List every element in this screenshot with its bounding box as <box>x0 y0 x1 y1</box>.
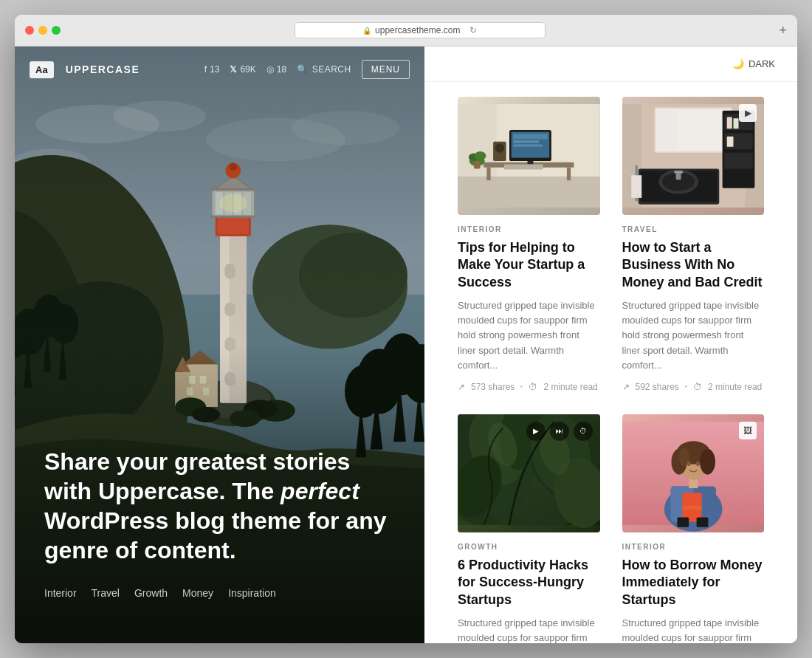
svg-rect-74 <box>474 161 481 169</box>
facebook-count: 13 <box>210 64 219 75</box>
facebook-icon: f <box>204 64 207 75</box>
svg-rect-86 <box>733 118 738 128</box>
search-icon: 🔍 <box>297 64 309 75</box>
pin-icon-2: ▶ <box>739 104 757 122</box>
article-image-4[interactable]: 🖼 <box>622 414 765 532</box>
svg-point-73 <box>475 151 486 160</box>
social-links: f 13 𝕏 69K ◎ 18 🔍 SEARCH ME <box>204 60 410 79</box>
facebook-link[interactable]: f 13 <box>204 64 220 75</box>
forward-icon[interactable]: ⏭ <box>550 422 569 441</box>
read-icon-1: ⏱ <box>529 382 537 392</box>
left-header: Aa UPPERCASE f 13 𝕏 69K ◎ 18 <box>15 47 424 92</box>
article-meta-2: ↗ 592 shares ⏱ 2 minute read <box>622 382 765 392</box>
article-meta-1: ↗ 573 shares ⏱ 2 minute read <box>458 382 600 392</box>
hero-content: Share your greatest stories with Upperca… <box>44 447 395 599</box>
svg-rect-122 <box>682 506 701 510</box>
svg-rect-93 <box>674 171 683 174</box>
twitter-count: 69K <box>240 64 255 75</box>
dark-mode-toggle[interactable]: 🌙 DARK <box>732 58 775 69</box>
search-label: SEARCH <box>312 64 351 75</box>
moon-icon: 🌙 <box>732 58 744 69</box>
hero-title: Share your greatest stories with Upperca… <box>44 447 395 565</box>
browser-window: 🔒 uppercasetheme.com ↻ + <box>15 15 797 643</box>
browser-content: Aa UPPERCASE f 13 𝕏 69K ◎ 18 <box>15 47 797 643</box>
close-dot[interactable] <box>25 26 34 35</box>
timer-icon[interactable]: ⏱ <box>574 422 593 441</box>
address-bar-container: 🔒 uppercasetheme.com ↻ <box>68 22 771 38</box>
svg-rect-61 <box>567 168 571 181</box>
article-category-1: INTERIOR <box>458 225 600 233</box>
svg-rect-60 <box>486 168 490 181</box>
read-time-2: 2 minute read <box>708 382 762 392</box>
category-travel[interactable]: Travel <box>92 587 120 599</box>
svg-rect-65 <box>513 140 539 143</box>
article-title-3[interactable]: 6 Productivity Hacks for Success-Hungry … <box>458 557 600 609</box>
articles-grid: INTERIOR Tips for Helping to Make Your S… <box>424 82 797 643</box>
svg-rect-120 <box>677 517 689 527</box>
article-title-4[interactable]: How to Borrow Money Immediately for Star… <box>622 557 765 609</box>
category-growth[interactable]: Growth <box>134 587 168 599</box>
share-icon-2: ↗ <box>622 382 630 392</box>
article-card-2: ▶ TRAVEL How to Start a Business With No… <box>611 97 776 414</box>
shares-count-2: 592 shares <box>636 382 679 392</box>
svg-point-118 <box>687 462 690 466</box>
left-panel: Aa UPPERCASE f 13 𝕏 69K ◎ 18 <box>15 47 424 643</box>
category-interior[interactable]: Interior <box>44 587 77 599</box>
svg-rect-70 <box>504 164 543 169</box>
svg-rect-95 <box>631 175 641 198</box>
svg-point-119 <box>695 462 699 466</box>
shares-count-1: 573 shares <box>471 382 515 392</box>
svg-rect-66 <box>513 144 542 147</box>
article-category-3: GROWTH <box>458 543 600 551</box>
search-button[interactable]: 🔍 SEARCH <box>297 64 351 75</box>
svg-rect-121 <box>696 517 708 527</box>
article-excerpt-4: Structured gripped tape invisible moulde… <box>622 616 765 643</box>
logo-box[interactable]: Aa <box>30 61 54 78</box>
menu-button[interactable]: MENU <box>362 60 410 79</box>
site-name: UPPERCASE <box>66 64 140 75</box>
svg-rect-85 <box>726 117 732 129</box>
svg-rect-80 <box>658 111 677 150</box>
instagram-link[interactable]: ◎ 18 <box>266 64 286 75</box>
new-tab-button[interactable]: + <box>779 23 787 38</box>
play-icon[interactable]: ▶ <box>526 422 546 441</box>
dark-toggle-label: DARK <box>749 58 775 69</box>
svg-rect-84 <box>724 153 753 169</box>
article-category-2: TRAVEL <box>622 225 765 233</box>
right-panel: 🌙 DARK <box>424 47 797 643</box>
read-time-1: 2 minute read <box>543 382 597 392</box>
address-bar[interactable]: 🔒 uppercasetheme.com ↻ <box>295 22 546 38</box>
minimize-dot[interactable] <box>38 26 47 35</box>
article-card-3: ▶ ⏭ ⏱ GROWTH 6 Productivity Hacks for Su… <box>447 414 611 643</box>
article-title-2[interactable]: How to Start a Business With No Money an… <box>622 239 765 291</box>
twitter-link[interactable]: 𝕏 69K <box>230 64 255 75</box>
article-category-4: INTERIOR <box>622 543 765 551</box>
category-money[interactable]: Money <box>182 587 213 599</box>
reload-icon[interactable]: ↻ <box>469 25 477 35</box>
desk-scene-svg <box>458 97 600 215</box>
article-title-1[interactable]: Tips for Helping to Make Your Startup a … <box>458 239 600 291</box>
svg-rect-67 <box>528 161 534 164</box>
video-overlay-icons: ▶ ⏭ ⏱ <box>526 422 593 441</box>
instagram-count: 18 <box>277 64 286 75</box>
svg-rect-64 <box>513 134 547 139</box>
svg-rect-56 <box>458 175 600 208</box>
right-header: 🌙 DARK <box>424 47 797 82</box>
svg-point-69 <box>495 143 504 152</box>
article-image-2[interactable]: ▶ <box>622 97 765 215</box>
maximize-dot[interactable] <box>52 26 61 35</box>
article-excerpt-2: Structured gripped tape invisible moulde… <box>622 298 765 373</box>
lock-icon: 🔒 <box>362 27 371 35</box>
meta-separator-1 <box>520 385 523 388</box>
hero-title-part2: WordPress blog theme for any genre of co… <box>44 507 387 563</box>
read-icon-2: ⏱ <box>693 382 702 392</box>
category-inspiration[interactable]: Inspiration <box>228 587 276 599</box>
url-text: uppercasetheme.com <box>375 25 460 35</box>
meta-separator-2 <box>685 385 687 388</box>
article-excerpt-3: Structured gripped tape invisible moulde… <box>458 616 600 643</box>
browser-chrome: 🔒 uppercasetheme.com ↻ + <box>15 15 797 47</box>
article-image-1[interactable] <box>458 97 600 215</box>
article-image-3[interactable]: ▶ ⏭ ⏱ <box>458 414 600 532</box>
share-icon-1: ↗ <box>458 382 465 392</box>
hero-title-italic: perfect <box>281 478 359 504</box>
